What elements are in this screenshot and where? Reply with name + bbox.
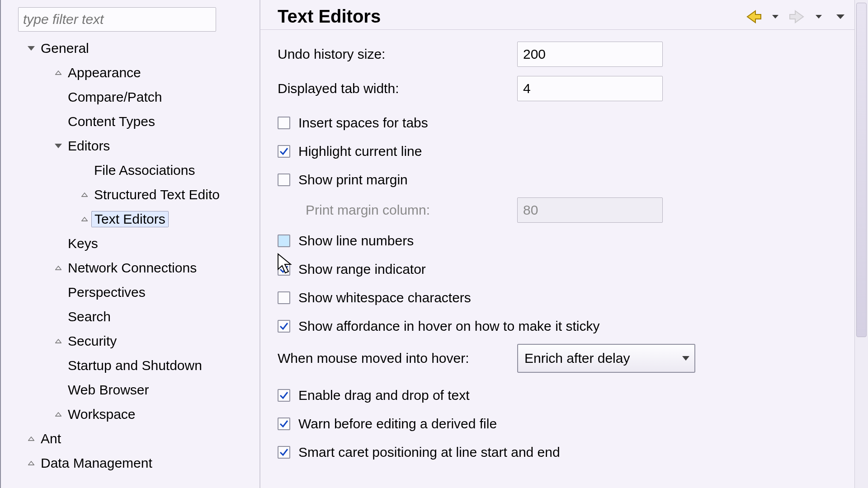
smart-caret-label: Smart caret positioning at line start an… — [298, 445, 560, 460]
preferences-tree: General Appearance Compare/Patch — [1, 36, 259, 475]
tree-label: Workspace — [65, 407, 138, 422]
back-dropdown-icon[interactable] — [766, 7, 785, 26]
page-title: Text Editors — [278, 6, 381, 27]
tree-label: Startup and Shutdown — [65, 358, 205, 373]
tree-item-keys[interactable]: Keys — [1, 231, 259, 256]
tree-item-file-associations[interactable]: File Associations — [1, 158, 259, 183]
view-menu-icon[interactable] — [831, 7, 850, 26]
tree-label: Data Management — [38, 455, 155, 471]
expand-icon[interactable] — [24, 46, 38, 51]
tree-item-security[interactable]: Security — [1, 329, 259, 353]
tree-label: Security — [65, 333, 119, 349]
show-range-indicator-label: Show range indicator — [298, 262, 426, 277]
show-whitespace-row: Show whitespace characters — [260, 283, 854, 312]
highlight-line-checkbox[interactable] — [278, 145, 290, 158]
expand-icon[interactable] — [52, 143, 65, 149]
expand-icon[interactable] — [52, 338, 65, 344]
tree-item-web-browser[interactable]: Web Browser — [1, 378, 259, 402]
affordance-hover-checkbox[interactable] — [278, 320, 290, 333]
show-whitespace-checkbox[interactable] — [278, 291, 290, 304]
tree-label: Ant — [38, 431, 64, 446]
tab-width-row: Displayed tab width: — [260, 74, 854, 103]
highlight-line-label: Highlight current line — [298, 144, 422, 159]
tree-item-editors[interactable]: Editors — [1, 134, 259, 158]
tree-item-structured-text-editors[interactable]: Structured Text Edito — [1, 183, 259, 207]
vertical-scrollbar[interactable] — [854, 0, 868, 488]
tree-item-appearance[interactable]: Appearance — [1, 61, 259, 85]
smart-caret-row: Smart caret positioning at line start an… — [260, 438, 854, 466]
tree-item-compare-patch[interactable]: Compare/Patch — [1, 85, 259, 109]
tree-item-general[interactable]: General — [1, 36, 259, 61]
hover-mode-label: When mouse moved into hover: — [278, 351, 517, 366]
preferences-window: General Appearance Compare/Patch — [0, 0, 868, 488]
warn-derived-label: Warn before editing a derived file — [298, 416, 497, 432]
forward-dropdown-icon[interactable] — [809, 7, 828, 26]
tree-label: Search — [65, 309, 113, 324]
tree-item-text-editors[interactable]: Text Editors — [1, 207, 259, 231]
affordance-hover-label: Show affordance in hover on how to make … — [298, 319, 599, 334]
scroll-thumb[interactable] — [856, 3, 867, 337]
hover-mode-value: Enrich after delay — [524, 351, 630, 366]
highlight-line-row: Highlight current line — [260, 137, 854, 165]
show-print-margin-row: Show print margin — [260, 165, 854, 194]
sidebar: General Appearance Compare/Patch — [1, 0, 260, 488]
show-print-margin-checkbox[interactable] — [278, 174, 290, 186]
expand-icon[interactable] — [78, 216, 91, 222]
filter-input[interactable] — [18, 7, 216, 32]
tree-label: Compare/Patch — [65, 89, 165, 105]
insert-spaces-label: Insert spaces for tabs — [298, 115, 428, 131]
expand-icon[interactable] — [78, 192, 91, 198]
tree-label: Network Connections — [65, 260, 199, 276]
tree-item-network-connections[interactable]: Network Connections — [1, 256, 259, 280]
tree-label: Web Browser — [65, 382, 152, 398]
tree-item-search[interactable]: Search — [1, 305, 259, 329]
back-button[interactable] — [744, 7, 763, 26]
undo-history-input[interactable] — [517, 42, 663, 67]
chevron-down-icon — [682, 356, 690, 361]
tree-label: Perspectives — [65, 285, 148, 300]
expand-icon[interactable] — [24, 436, 38, 442]
tree-label: Appearance — [65, 65, 144, 80]
tree-item-ant[interactable]: Ant — [1, 427, 259, 451]
tree-item-data-management[interactable]: Data Management — [1, 451, 259, 475]
expand-icon[interactable] — [24, 460, 38, 466]
enable-dnd-checkbox[interactable] — [278, 389, 290, 402]
expand-icon[interactable] — [52, 70, 65, 76]
expand-icon[interactable] — [52, 411, 65, 418]
tree-label: Content Types — [65, 114, 158, 129]
tree-label: Text Editors — [91, 211, 169, 227]
tree-label: General — [38, 41, 92, 56]
tree-item-perspectives[interactable]: Perspectives — [1, 280, 259, 305]
tab-width-label: Displayed tab width: — [278, 81, 517, 96]
print-margin-column-label: Print margin column: — [306, 202, 517, 218]
tree-label: File Associations — [91, 163, 198, 178]
show-range-indicator-row: Show range indicator — [260, 255, 854, 283]
print-margin-column-row: Print margin column: — [260, 194, 854, 226]
forward-button[interactable] — [788, 7, 807, 26]
smart-caret-checkbox[interactable] — [278, 446, 290, 459]
tab-width-input[interactable] — [517, 76, 663, 101]
tree-label: Editors — [65, 138, 113, 154]
tree-item-content-types[interactable]: Content Types — [1, 109, 259, 134]
tree-label: Structured Text Edito — [91, 187, 222, 202]
show-line-numbers-label: Show line numbers — [298, 233, 414, 249]
insert-spaces-row: Insert spaces for tabs — [260, 108, 854, 137]
enable-dnd-label: Enable drag and drop of text — [298, 388, 470, 403]
print-margin-column-input — [517, 197, 663, 223]
expand-icon[interactable] — [52, 265, 65, 271]
nav-buttons — [744, 7, 854, 26]
tree-item-workspace[interactable]: Workspace — [1, 402, 259, 427]
preferences-page: Text Editors Undo h — [260, 0, 868, 488]
insert-spaces-checkbox[interactable] — [278, 117, 290, 129]
undo-history-label: Undo history size: — [278, 47, 517, 62]
page-header: Text Editors — [260, 0, 854, 30]
undo-history-row: Undo history size: — [260, 40, 854, 69]
hover-mode-row: When mouse moved into hover: Enrich afte… — [260, 344, 854, 373]
hover-mode-select[interactable]: Enrich after delay — [517, 344, 695, 373]
show-print-margin-label: Show print margin — [298, 172, 408, 188]
show-line-numbers-row: Show line numbers — [260, 226, 854, 255]
tree-item-startup-shutdown[interactable]: Startup and Shutdown — [1, 353, 259, 378]
show-range-indicator-checkbox[interactable] — [278, 263, 290, 276]
warn-derived-checkbox[interactable] — [278, 418, 290, 430]
show-line-numbers-checkbox[interactable] — [278, 235, 290, 247]
